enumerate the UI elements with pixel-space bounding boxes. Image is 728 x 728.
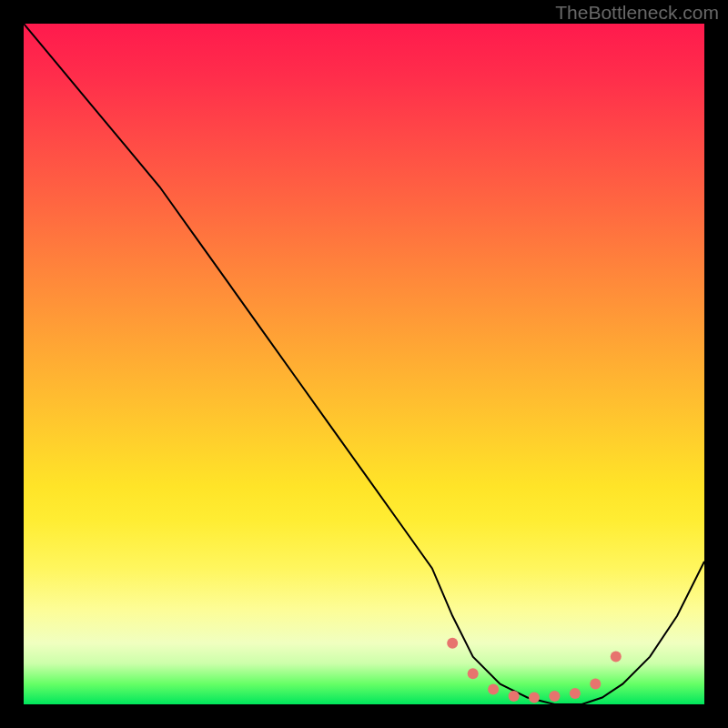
watermark-text: TheBottleneck.com <box>555 2 719 24</box>
chart-marker <box>509 691 520 702</box>
bottleneck-curve-path <box>24 24 704 704</box>
chart-marker <box>488 684 499 695</box>
chart-plot-area <box>24 24 704 704</box>
chart-marker <box>590 679 601 690</box>
chart-marker <box>529 693 540 703</box>
chart-marker <box>549 691 560 702</box>
chart-marker <box>570 688 581 699</box>
chart-marker <box>611 652 622 662</box>
chart-marker <box>468 668 479 679</box>
chart-marker <box>447 638 458 649</box>
chart-markers <box>447 638 622 703</box>
chart-svg <box>24 24 704 704</box>
